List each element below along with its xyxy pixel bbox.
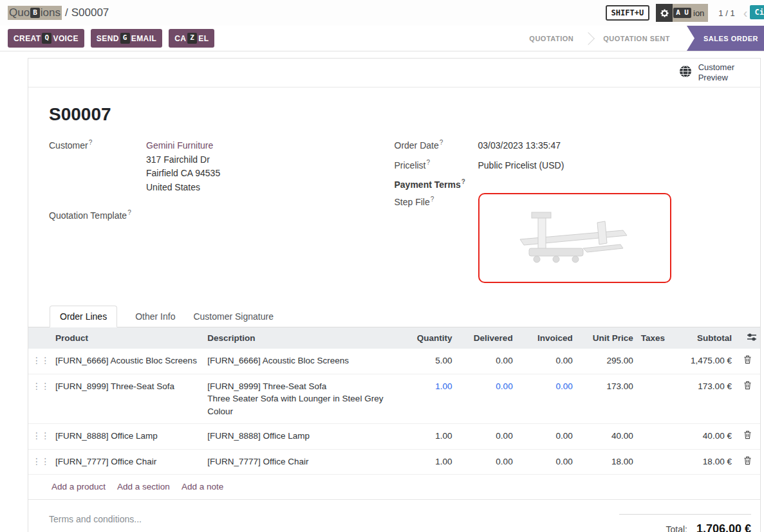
help-marker: ? (431, 196, 434, 203)
column-header-description: Description (203, 327, 396, 349)
add-a-product-link[interactable]: Add a product (51, 482, 106, 491)
cell-unit-price[interactable]: 295.00 (577, 349, 637, 374)
add-a-note-link[interactable]: Add a note (182, 482, 223, 491)
delete-row-button[interactable] (736, 449, 760, 475)
trash-icon (743, 456, 752, 465)
button-label-fragment: SEND (97, 34, 119, 43)
trash-icon (743, 355, 752, 364)
tab-order-lines[interactable]: Order Lines (50, 306, 117, 327)
keyboard-hint-badge: Z (187, 33, 197, 43)
step-file-preview[interactable] (478, 193, 671, 283)
cell-taxes[interactable] (637, 374, 669, 424)
add-a-section-link[interactable]: Add a section (117, 482, 170, 491)
status-step-quotation[interactable]: QUOTATION (516, 35, 586, 42)
send-email-button[interactable]: SENDGEMAIL (91, 29, 162, 47)
quotation-template-field[interactable]: Quotation Template? (49, 209, 395, 221)
cell-delivered[interactable]: 0.00 (456, 349, 517, 374)
shortcut-hint-badge: SHIFT+U (606, 5, 650, 21)
cell-quantity[interactable]: 5.00 (396, 349, 456, 374)
status-step-sales-order[interactable]: SALES ORDER (687, 26, 764, 51)
cell-description[interactable]: [FURN_8888] Office Lamp (203, 424, 396, 450)
cell-taxes[interactable] (637, 424, 669, 450)
breadcrumb-quotations-link[interactable]: QuoBions (8, 6, 62, 20)
cell-unit-price[interactable]: 40.00 (577, 424, 637, 450)
label-text: Quotation Template (49, 210, 127, 220)
tab-customer-signature[interactable]: Customer Signature (193, 306, 274, 327)
step-file-3d-render (501, 206, 649, 270)
keyboard-hint-badge: G (120, 33, 130, 43)
pricelist-value[interactable]: Public Pricelist (USD) (478, 159, 564, 173)
customer-preview-link[interactable]: CustomerPreview (28, 59, 760, 87)
cell-quantity[interactable]: 1.00 (396, 424, 456, 450)
cell-description[interactable]: [FURN_8999] Three-Seat SofaThree Seater … (203, 374, 396, 424)
payment-terms-field[interactable]: Payment Terms? (395, 178, 740, 190)
notebook-tabs: Order Lines Other Info Customer Signatur… (28, 306, 760, 327)
cell-invoiced[interactable]: 0.00 (517, 349, 577, 374)
cell-product[interactable]: [FURN_8999] Three-Seat Sofa (51, 374, 203, 424)
pager-previous-button[interactable]: ‹ (741, 6, 750, 19)
cell-delivered[interactable]: 0.00 (456, 449, 517, 475)
order-lines-table: Product Description Quantity Delivered I… (28, 327, 760, 475)
trash-icon (743, 381, 752, 390)
cell-delivered[interactable]: 0.00 (456, 424, 517, 450)
cell-description[interactable]: [FURN_6666] Acoustic Bloc Screens (203, 349, 396, 374)
table-row[interactable]: ⋮⋮ [FURN_7777] Office Chair [FURN_7777] … (28, 449, 760, 475)
table-row[interactable]: ⋮⋮ [FURN_8888] Office Lamp [FURN_8888] O… (28, 424, 760, 450)
customer-address-line: 317 Fairchild Dr (146, 154, 210, 165)
optional-columns-toggle[interactable] (736, 327, 760, 349)
drag-handle-icon[interactable]: ⋮⋮ (28, 349, 51, 374)
table-row[interactable]: ⋮⋮ [FURN_6666] Acoustic Bloc Screens [FU… (28, 349, 760, 374)
keyboard-hint-badge: Q (42, 33, 51, 43)
drag-handle-icon[interactable]: ⋮⋮ (28, 424, 51, 450)
column-header-product: Product (51, 327, 203, 349)
corner-hint-badge: Ci (750, 5, 764, 19)
status-step-quotation-sent[interactable]: QUOTATION SENT (590, 35, 683, 42)
cell-subtotal: 1,475.00 € (669, 349, 736, 374)
cell-description[interactable]: [FURN_7777] Office Chair (203, 449, 396, 475)
cell-invoiced[interactable]: 0.00 (517, 374, 577, 424)
cell-taxes[interactable] (637, 349, 669, 374)
cell-product[interactable]: [FURN_8888] Office Lamp (51, 424, 203, 450)
payment-terms-label: Payment Terms? (395, 178, 478, 190)
delete-row-button[interactable] (736, 349, 760, 374)
cell-quantity[interactable]: 1.00 (396, 374, 456, 424)
step-file-label: Step File? (395, 196, 478, 283)
preview-label-line2: Preview (698, 73, 728, 82)
action-menu-button[interactable]: A U ion (656, 4, 708, 22)
fields-right-column: Order Date? 03/03/2023 13:35:47 Pricelis… (395, 139, 740, 289)
cell-delivered[interactable]: 0.00 (456, 374, 517, 424)
cell-product[interactable]: [FURN_6666] Acoustic Bloc Screens (51, 349, 203, 374)
drag-handle-icon[interactable]: ⋮⋮ (28, 374, 51, 424)
action-label-fragment: ion (693, 8, 704, 18)
drag-handle-icon[interactable]: ⋮⋮ (28, 449, 51, 475)
cell-unit-price[interactable]: 173.00 (577, 374, 637, 424)
breadcrumb-current: S00007 (71, 6, 109, 19)
label-text: Pricelist (395, 160, 426, 170)
cancel-button[interactable]: CAZEL (169, 29, 214, 47)
globe-icon (678, 64, 693, 81)
fields-left-column: Customer? Gemini Furniture 317 Fairchild… (49, 139, 395, 289)
button-label-fragment: VOICE (53, 34, 78, 43)
cell-quantity[interactable]: 1.00 (396, 449, 456, 475)
sale-order-form-card: CustomerPreview S00007 Customer? Gemini … (28, 58, 761, 532)
help-marker: ? (461, 178, 465, 185)
terms-and-conditions-input[interactable]: Terms and conditions... (49, 514, 142, 532)
tab-other-info[interactable]: Other Info (135, 306, 175, 327)
cell-taxes[interactable] (637, 449, 669, 475)
breadcrumb-separator: / (65, 6, 68, 19)
customer-link[interactable]: Gemini Furniture (146, 140, 213, 151)
cell-invoiced[interactable]: 0.00 (517, 424, 577, 450)
cell-product[interactable]: [FURN_7777] Office Chair (51, 449, 203, 475)
delete-row-button[interactable] (736, 424, 760, 450)
delete-row-button[interactable] (736, 374, 760, 424)
button-label-fragment: EL (198, 34, 209, 43)
cell-invoiced[interactable]: 0.00 (517, 449, 577, 475)
cell-unit-price[interactable]: 18.00 (577, 449, 637, 475)
table-row[interactable]: ⋮⋮ [FURN_8999] Three-Seat Sofa [FURN_899… (28, 374, 760, 424)
step-file-field: Step File? (395, 196, 740, 283)
total-amount: 1,706.00 € (696, 522, 751, 532)
description-line2: Three Seater Sofa with Lounger in Steel … (207, 394, 383, 416)
help-marker: ? (427, 159, 431, 166)
create-invoice-button[interactable]: CREATQVOICE (8, 29, 84, 47)
order-date-value[interactable]: 03/03/2023 13:35:47 (478, 139, 561, 153)
